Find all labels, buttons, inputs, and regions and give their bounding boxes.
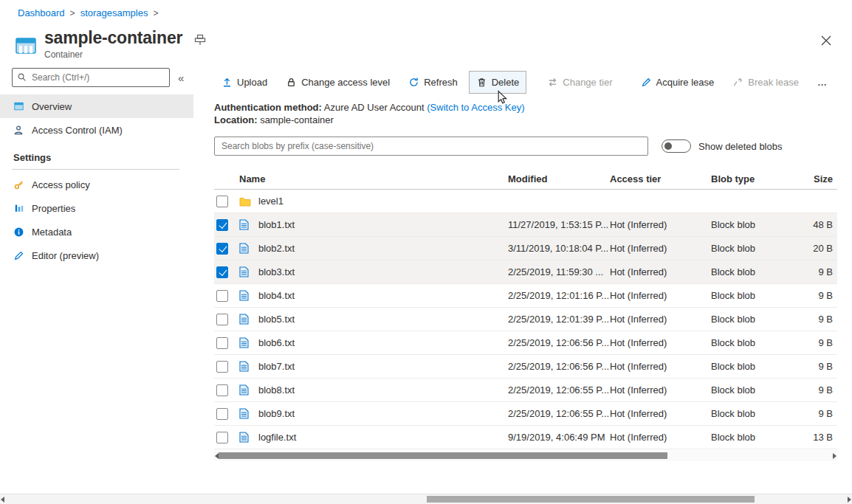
pin-icon[interactable] [194, 34, 206, 48]
toolbar-upload-button[interactable]: Upload [214, 71, 275, 94]
access-tier-value: Hot (Inferred) [610, 337, 711, 348]
row-checkbox[interactable] [216, 266, 228, 278]
toolbar-button-label: Refresh [424, 77, 458, 88]
sidebar-item-editor-preview[interactable]: Editor (preview) [0, 244, 193, 267]
toolbar-button-label: Break lease [748, 77, 799, 88]
table-horizontal-scrollbar[interactable] [214, 450, 837, 461]
sidebar-item-metadata[interactable]: Metadata [0, 220, 193, 244]
row-checkbox[interactable] [216, 314, 228, 325]
breadcrumb-link-dashboard[interactable]: Dashboard [18, 7, 65, 18]
sidebar-item-access-control-iam[interactable]: Access Control (IAM) [0, 118, 193, 142]
sidebar-item-access-policy[interactable]: Access policy [0, 173, 193, 196]
table-row-blob9-txt[interactable]: blob9.txt2/25/2019, 12:06:55 P...Hot (In… [214, 402, 837, 426]
acquire-lease-icon [641, 77, 652, 88]
row-checkbox[interactable] [216, 432, 228, 443]
table-row-logfile-txt[interactable]: logfile.txt9/19/2019, 4:06:49 PMHot (Inf… [214, 426, 837, 449]
row-checkbox[interactable] [216, 290, 228, 302]
blob-type-value: Block blob [711, 408, 800, 419]
page-subtitle: Container [44, 49, 182, 60]
break-lease-icon [732, 77, 743, 88]
breadcrumb-separator: > [70, 8, 75, 18]
blob-file-icon [239, 266, 258, 277]
access-tier-value: Hot (Inferred) [610, 408, 711, 419]
page-scroll-left-arrow[interactable] [1, 497, 4, 503]
sidebar-item-label: Access Control (IAM) [32, 125, 123, 136]
sidebar-item-label: Access policy [32, 179, 90, 190]
sidebar-search-input[interactable] [12, 68, 170, 87]
access-tier-value: Hot (Inferred) [610, 266, 711, 277]
page-scrollbar-thumb[interactable] [427, 496, 755, 503]
search-icon [17, 72, 27, 84]
breadcrumb-link-storagesamples[interactable]: storagesamples [80, 7, 148, 18]
sidebar-collapse-button[interactable]: « [178, 72, 184, 84]
blob-name: blob4.txt [258, 290, 508, 301]
size-value: 9 B [800, 290, 837, 301]
sidebar-item-label: Overview [32, 101, 72, 112]
blob-name: blob5.txt [258, 314, 508, 325]
sidebar: « OverviewAccess Control (IAM)SettingsAc… [0, 68, 193, 267]
row-checkbox[interactable] [216, 243, 228, 255]
table-row-blob5-txt[interactable]: blob5.txt2/25/2019, 12:01:39 P...Hot (In… [214, 308, 837, 331]
toolbar-delete-button[interactable]: Delete [469, 71, 527, 94]
lock-icon [286, 77, 297, 88]
toolbar-break-lease-button: Break lease [725, 71, 806, 94]
modified-value: 3/11/2019, 10:18:04 P... [508, 243, 610, 254]
blob-file-icon [239, 243, 258, 254]
blob-file-icon [239, 432, 258, 443]
column-header-access-tier: Access tier [610, 173, 711, 184]
info-icon [13, 227, 24, 238]
scroll-right-arrow[interactable] [833, 453, 836, 459]
toolbar-more-button[interactable]: … [810, 71, 835, 94]
sidebar-item-properties[interactable]: Properties [0, 196, 193, 220]
table-row-blob2-txt[interactable]: blob2.txt3/11/2019, 10:18:04 P...Hot (In… [214, 237, 837, 260]
table-row-blob8-txt[interactable]: blob8.txt2/25/2019, 12:06:55 P...Hot (In… [214, 379, 837, 402]
modified-value: 2/25/2019, 12:06:55 P... [508, 408, 610, 419]
auth-method-label: Authentication method: [214, 102, 322, 113]
toolbar-change-access-level-button[interactable]: Change access level [278, 71, 397, 94]
blob-file-icon [239, 337, 258, 348]
blob-name: blob9.txt [258, 408, 508, 419]
row-checkbox[interactable] [216, 337, 228, 349]
blob-name: blob2.txt [258, 243, 508, 254]
toolbar-acquire-lease-button[interactable]: Acquire lease [633, 71, 722, 94]
row-checkbox[interactable] [216, 361, 228, 373]
blade-header: sample-container Container [15, 28, 206, 60]
table-body: level1blob1.txt11/27/2019, 1:53:15 P...H… [214, 190, 837, 449]
switch-access-key-link[interactable]: (Switch to Access Key) [427, 102, 524, 113]
table-row-blob7-txt[interactable]: blob7.txt2/25/2019, 12:06:56 P...Hot (In… [214, 355, 837, 379]
show-deleted-blobs-toggle[interactable] [662, 139, 691, 153]
blob-prefix-search-input[interactable] [214, 137, 648, 156]
blob-name: blob8.txt [258, 384, 508, 396]
modified-value: 2/25/2019, 12:06:56 P... [508, 337, 610, 348]
table-row-blob3-txt[interactable]: blob3.txt2/25/2019, 11:59:30 ...Hot (Inf… [214, 260, 837, 284]
key-icon [13, 179, 24, 190]
sidebar-item-overview[interactable]: Overview [0, 94, 193, 118]
blob-file-icon [239, 408, 258, 419]
sidebar-section-settings: Settings [0, 152, 193, 170]
size-value: 9 B [800, 384, 837, 396]
row-checkbox[interactable] [216, 219, 228, 231]
page-horizontal-scrollbar[interactable] [0, 494, 852, 504]
blob-type-value: Block blob [711, 361, 800, 372]
page-title: sample-container [44, 28, 182, 48]
table-row-blob6-txt[interactable]: blob6.txt2/25/2019, 12:06:56 P...Hot (In… [214, 331, 837, 355]
blob-file-icon [239, 384, 258, 396]
row-checkbox[interactable] [216, 408, 228, 420]
close-icon[interactable] [817, 31, 836, 50]
location-label: Location: [214, 114, 258, 125]
table-row-blob4-txt[interactable]: blob4.txt2/25/2019, 12:01:16 P...Hot (In… [214, 284, 837, 308]
size-value: 9 B [800, 361, 837, 372]
row-checkbox[interactable] [216, 196, 228, 207]
access-tier-value: Hot (Inferred) [610, 314, 711, 325]
scrollbar-thumb[interactable] [219, 452, 667, 459]
column-header-name: Name [239, 173, 508, 184]
page-scroll-right-arrow[interactable] [848, 497, 851, 503]
show-deleted-blobs-label: Show deleted blobs [698, 141, 782, 152]
modified-value: 2/25/2019, 11:59:30 ... [508, 266, 610, 277]
breadcrumb: Dashboard>storagesamples> [18, 7, 163, 18]
toolbar-refresh-button[interactable]: Refresh [401, 71, 465, 94]
auth-method-line: Authentication method: Azure AD User Acc… [214, 101, 837, 114]
table-row-blob1-txt[interactable]: blob1.txt11/27/2019, 1:53:15 P...Hot (In… [214, 213, 837, 237]
table-row-level1[interactable]: level1 [214, 190, 837, 213]
row-checkbox[interactable] [216, 384, 228, 396]
